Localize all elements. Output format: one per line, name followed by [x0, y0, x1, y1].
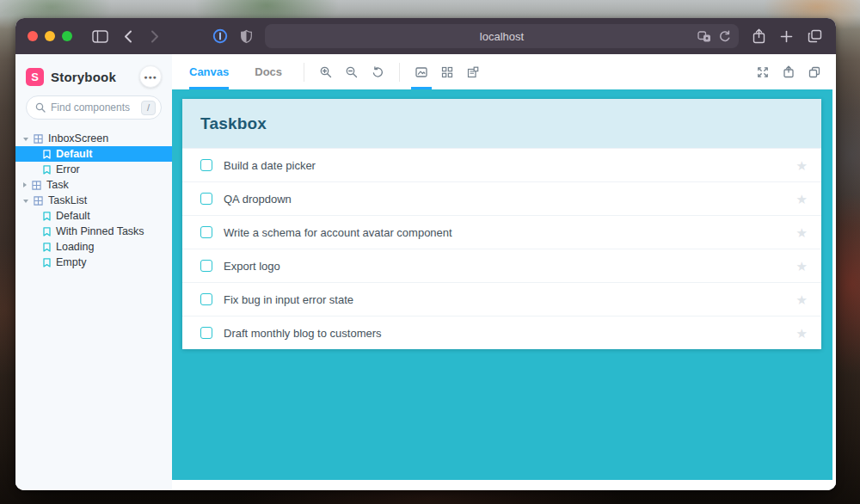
sidebar-item-default-selected[interactable]: Default: [15, 146, 172, 162]
bookmark-icon: [43, 258, 51, 267]
tab-canvas[interactable]: Canvas: [176, 54, 242, 89]
tree-item-label: Default: [56, 148, 92, 160]
tree-item-label: Task: [46, 179, 69, 191]
storybook-logo-icon: S: [26, 68, 44, 86]
background-toggle-icon[interactable]: [408, 54, 434, 89]
search-icon: [35, 102, 46, 113]
task-row: Export logo ★: [182, 249, 821, 282]
sidebar-item-loading[interactable]: Loading: [15, 239, 172, 255]
task-checkbox[interactable]: [200, 159, 212, 171]
component-icon: [32, 181, 41, 190]
task-title: Export logo: [224, 260, 280, 273]
pin-star-icon[interactable]: ★: [796, 260, 808, 273]
task-row: QA dropdown ★: [182, 181, 821, 215]
taskbox-app: Taskbox Build a date picker ★ QA dropdow…: [182, 99, 821, 349]
tab-docs[interactable]: Docs: [242, 54, 295, 89]
task-title: Build a date picker: [224, 159, 316, 172]
open-in-new-tab-icon[interactable]: [776, 54, 802, 89]
canvas-toolbar: Canvas Docs: [172, 54, 836, 89]
back-icon[interactable]: [124, 30, 132, 43]
sidebar-item-tasklist-default[interactable]: Default: [15, 208, 172, 224]
toolbar-divider: [399, 63, 400, 82]
extension-icon[interactable]: [212, 28, 228, 44]
task-title: Fix bug in input error state: [224, 293, 353, 306]
sidebar-item-error[interactable]: Error: [15, 162, 172, 177]
chevron-right-icon[interactable]: [23, 182, 27, 187]
task-row: Fix bug in input error state ★: [182, 282, 821, 316]
sidebar-item-inboxscreen[interactable]: InboxScreen: [15, 131, 172, 146]
chevron-down-icon[interactable]: [23, 138, 28, 141]
close-window-button[interactable]: [28, 31, 38, 41]
task-title: Draft monthly blog to customers: [224, 327, 382, 340]
minimize-window-button[interactable]: [45, 31, 55, 41]
tab-label: Docs: [255, 65, 282, 78]
new-tab-icon[interactable]: [780, 30, 793, 43]
shield-icon[interactable]: [240, 29, 253, 44]
search-shortcut-badge: /: [141, 101, 156, 115]
fullscreen-icon[interactable]: [750, 54, 776, 89]
copy-link-icon[interactable]: [802, 54, 827, 89]
tree-item-label: InboxScreen: [48, 132, 108, 144]
browser-window: localhost: [15, 18, 836, 490]
zoom-window-button[interactable]: [62, 31, 72, 41]
browser-titlebar: localhost: [15, 18, 836, 54]
tab-label: Canvas: [189, 65, 229, 78]
task-row: Write a schema for account avatar compon…: [182, 215, 821, 249]
pin-star-icon[interactable]: ★: [796, 293, 808, 306]
bookmark-icon: [43, 165, 51, 175]
zoom-in-icon[interactable]: [313, 54, 339, 89]
bookmark-icon: [43, 227, 51, 237]
task-checkbox[interactable]: [200, 293, 212, 305]
tree-item-label: Loading: [56, 241, 95, 253]
pin-star-icon[interactable]: ★: [796, 193, 808, 206]
bookmark-icon: [43, 243, 51, 252]
zoom-out-icon[interactable]: [339, 54, 365, 89]
sidebar-item-task[interactable]: Task: [15, 177, 172, 193]
story-canvas: Taskbox Build a date picker ★ QA dropdow…: [172, 89, 836, 490]
reload-icon[interactable]: [719, 30, 731, 43]
search-input[interactable]: [51, 101, 136, 114]
address-bar[interactable]: localhost: [265, 24, 739, 48]
task-checkbox[interactable]: [200, 193, 212, 205]
app-title: Taskbox: [200, 114, 267, 133]
component-icon: [34, 196, 43, 206]
sidebar-item-tasklist[interactable]: TaskList: [15, 193, 172, 208]
taskbox-header: Taskbox: [182, 99, 821, 148]
zoom-reset-icon[interactable]: [365, 54, 390, 89]
tree-item-label: Error: [56, 163, 80, 175]
tree-item-label: TaskList: [48, 194, 87, 206]
task-title: QA dropdown: [224, 193, 292, 206]
task-checkbox[interactable]: [200, 327, 212, 339]
pin-star-icon[interactable]: ★: [796, 159, 808, 172]
sidebar-menu-button[interactable]: ●●●: [139, 65, 162, 88]
brand-title: Storybook: [51, 70, 116, 84]
chevron-down-icon[interactable]: [23, 200, 28, 203]
task-checkbox[interactable]: [200, 226, 212, 238]
tree-item-label: Empty: [56, 256, 86, 268]
sidebar-toggle-icon[interactable]: [92, 30, 108, 43]
storybook-sidebar: S Storybook ●●● / InboxScreen: [15, 54, 172, 490]
bookmark-icon: [43, 150, 51, 159]
tree-item-label: Default: [56, 210, 90, 222]
tab-overview-icon[interactable]: [808, 29, 822, 43]
sidebar-item-with-pinned-tasks[interactable]: With Pinned Tasks: [15, 224, 172, 239]
pin-star-icon[interactable]: ★: [796, 327, 808, 340]
outline-icon[interactable]: [460, 54, 486, 89]
toolbar-divider: [304, 63, 304, 82]
task-checkbox[interactable]: [200, 260, 212, 272]
component-search[interactable]: /: [26, 95, 162, 120]
grid-toggle-icon[interactable]: [434, 54, 460, 89]
bookmark-icon: [43, 212, 51, 221]
sidebar-item-empty[interactable]: Empty: [15, 255, 172, 270]
address-bar-url: localhost: [480, 30, 524, 43]
tree-item-label: With Pinned Tasks: [56, 225, 144, 237]
share-icon[interactable]: [752, 28, 765, 44]
component-icon: [34, 134, 43, 144]
traffic-lights: [28, 31, 72, 41]
translate-icon[interactable]: [697, 31, 711, 42]
forward-icon[interactable]: [150, 30, 159, 43]
task-row: Build a date picker ★: [182, 148, 821, 181]
task-row: Draft monthly blog to customers ★: [182, 316, 821, 349]
pin-star-icon[interactable]: ★: [796, 226, 808, 239]
component-tree: InboxScreen Default Error: [15, 131, 172, 270]
